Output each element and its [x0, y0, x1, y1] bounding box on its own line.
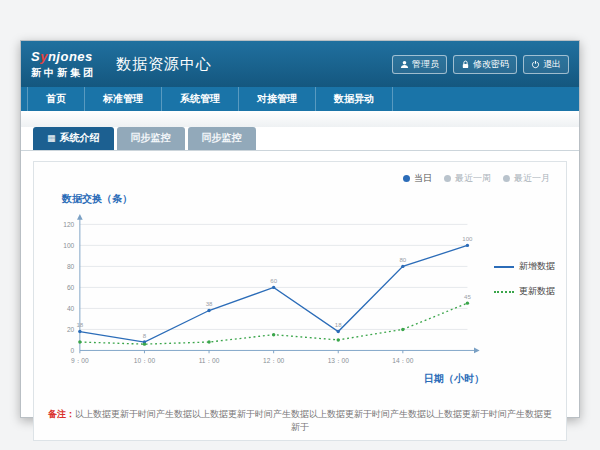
main-nav: 首页 标准管理 系统管理 对接管理 数据异动: [21, 87, 579, 111]
svg-text:120: 120: [63, 221, 74, 228]
tab-bar: ▦ 系统介绍 同步监控 同步监控: [21, 127, 579, 151]
logo-accent: y: [40, 49, 48, 64]
user-label: 管理员: [412, 58, 439, 71]
logout-button[interactable]: 退出: [523, 55, 569, 74]
svg-text:38: 38: [206, 300, 213, 307]
nav-gap-strip: [21, 111, 579, 127]
svg-text:100: 100: [63, 242, 74, 249]
svg-text:80: 80: [399, 256, 406, 263]
tab-label: 同步监控: [202, 131, 242, 145]
svg-text:45: 45: [464, 293, 471, 300]
user-button[interactable]: 管理员: [392, 55, 447, 74]
legend-today[interactable]: 当日: [403, 172, 432, 185]
x-axis-title: 日期（小时）: [46, 372, 484, 386]
page-title: 数据资源中心: [116, 55, 212, 74]
nav-item-data-changes[interactable]: 数据异动: [316, 87, 393, 111]
legend-last-month[interactable]: 最近一月: [503, 172, 550, 185]
tab-label: 同步监控: [131, 131, 171, 145]
chart-area: 0204060801001209：0010：0011：0012：0013：001…: [46, 208, 554, 386]
content-panel: 当日 最近一周 最近一月 数据交换（条） 0204060801001209：00…: [33, 161, 567, 441]
logo-pre: S: [31, 49, 40, 64]
header-actions: 管理员 修改密码 退出: [392, 55, 569, 74]
power-icon: [531, 60, 540, 69]
chart-box: 0204060801001209：0010：0011：0012：0013：001…: [46, 208, 490, 386]
y-axis-title: 数据交换（条）: [62, 192, 554, 206]
legend-label: 更新数据: [519, 285, 555, 298]
legend-dot: [403, 175, 410, 182]
footnote-text: 以上数据更新于时间产生数据以上数据更新于时间产生数据以上数据更新于时间产生数据以…: [75, 409, 552, 432]
tab-system-intro[interactable]: ▦ 系统介绍: [33, 127, 114, 150]
svg-text:60: 60: [67, 284, 75, 291]
line-chart: 0204060801001209：0010：0011：0012：0013：001…: [46, 208, 490, 380]
legend-dot: [503, 175, 510, 182]
legend-label: 最近一周: [455, 172, 491, 185]
svg-text:12：00: 12：00: [263, 357, 285, 364]
svg-text:80: 80: [67, 263, 75, 270]
nav-item-home[interactable]: 首页: [27, 87, 85, 111]
footnote-prefix: 备注：: [48, 409, 75, 419]
svg-text:18: 18: [335, 321, 342, 328]
svg-text:20: 20: [67, 326, 75, 333]
logo-subtitle: 新中新集团: [31, 67, 96, 78]
lock-icon: [461, 60, 470, 69]
legend-last-week[interactable]: 最近一周: [444, 172, 491, 185]
app-window: Synjones 新中新集团 数据资源中心 管理员 修改密码 退出 首页 标准管…: [20, 40, 580, 418]
tab-sync-monitor-2[interactable]: 同步监控: [188, 127, 256, 150]
time-range-legend: 当日 最近一周 最近一月: [403, 172, 550, 185]
brand-logo: Synjones 新中新集团: [31, 50, 96, 77]
footnote: 备注：以上数据更新于时间产生数据以上数据更新于时间产生数据以上数据更新于时间产生…: [46, 408, 554, 434]
tab-label: 系统介绍: [60, 131, 100, 145]
nav-item-standard-mgmt[interactable]: 标准管理: [85, 87, 162, 111]
series-legend: 新增数据 更新数据: [494, 208, 555, 298]
svg-text:8: 8: [143, 332, 147, 339]
solid-line-sample: [494, 266, 514, 268]
legend-series-new-data[interactable]: 新增数据: [494, 260, 555, 273]
user-icon: [400, 60, 409, 69]
change-password-label: 修改密码: [473, 58, 509, 71]
legend-dot: [444, 175, 451, 182]
svg-text:9：00: 9：00: [71, 357, 89, 364]
svg-text:14：00: 14：00: [392, 357, 414, 364]
logout-label: 退出: [543, 58, 561, 71]
svg-text:40: 40: [67, 305, 75, 312]
svg-text:100: 100: [462, 235, 473, 242]
logo-text: Synjones: [31, 50, 96, 64]
svg-text:18: 18: [76, 321, 83, 328]
nav-item-interface-mgmt[interactable]: 对接管理: [239, 87, 316, 111]
legend-label: 最近一月: [514, 172, 550, 185]
change-password-button[interactable]: 修改密码: [453, 55, 517, 74]
svg-text:11：00: 11：00: [199, 357, 220, 364]
svg-text:10：00: 10：00: [134, 357, 156, 364]
legend-label: 新增数据: [519, 260, 555, 273]
header: Synjones 新中新集团 数据资源中心 管理员 修改密码 退出: [21, 41, 579, 87]
svg-text:13：00: 13：00: [328, 357, 350, 364]
logo-post: njones: [48, 49, 93, 64]
tab-sync-monitor-1[interactable]: 同步监控: [117, 127, 185, 150]
svg-text:60: 60: [270, 277, 277, 284]
svg-text:0: 0: [71, 347, 75, 354]
legend-label: 当日: [414, 172, 432, 185]
nav-item-system-mgmt[interactable]: 系统管理: [162, 87, 239, 111]
legend-series-updated-data[interactable]: 更新数据: [494, 285, 555, 298]
dotted-line-sample: [494, 291, 514, 293]
grid-icon: ▦: [47, 134, 56, 143]
